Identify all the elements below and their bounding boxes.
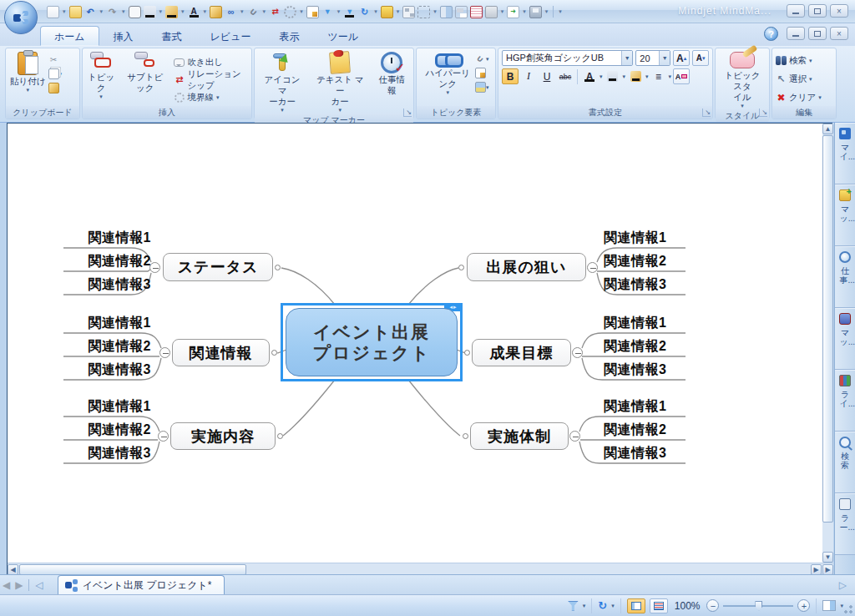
vertical-scrollbar[interactable]: ▲ ▼ [822, 124, 833, 563]
sidebar-tab-learning[interactable]: ラー... [835, 493, 855, 555]
format-painter-icon[interactable] [48, 83, 59, 93]
restore-button[interactable] [808, 4, 827, 18]
main-topic-implementation[interactable]: 実施内容 [170, 422, 276, 450]
main-topic-structure[interactable]: 実施体制 [470, 422, 569, 450]
vertical-scroll-thumb[interactable] [822, 135, 833, 523]
relationship-button[interactable]: ⇄ リレーションシップ [172, 72, 250, 88]
map-canvas[interactable]: ステータス 関連情報 実施内容 出展の狙い 成果目標 実施体制 関連情報1 関連… [8, 124, 822, 563]
dialog-launcher-icon[interactable]: ↘ [759, 109, 767, 117]
zoom-in-button[interactable]: + [797, 599, 810, 612]
font-name-combo[interactable]: HGP創英角ゴシックUB ▼ [502, 50, 633, 66]
application-orb-button[interactable] [4, 1, 38, 34]
close-button[interactable]: × [830, 4, 848, 18]
attachment-icon[interactable] [247, 6, 260, 18]
new-document-icon[interactable] [47, 6, 59, 18]
subtopic-label[interactable]: 関連情報2 [59, 422, 151, 439]
line-color-button[interactable] [627, 68, 644, 84]
tab-format[interactable]: 書式 [148, 26, 196, 46]
export-icon[interactable] [507, 6, 519, 18]
font-name-dropdown-icon[interactable]: ▼ [621, 51, 632, 65]
font-size-combo[interactable]: 20 ▼ [635, 50, 670, 66]
select-rectangle-icon[interactable] [417, 6, 430, 18]
paste-button[interactable]: 貼り付け ▾ [8, 51, 48, 93]
window-view-icon[interactable] [440, 6, 453, 18]
callout-icon[interactable] [129, 6, 141, 18]
relationship-icon[interactable] [269, 6, 281, 18]
shrink-font-button[interactable]: A▾ [692, 50, 709, 66]
subtopic-label[interactable]: 関連情報1 [604, 315, 696, 332]
font-color-button[interactable]: A [581, 68, 598, 84]
boundary-icon[interactable] [284, 6, 296, 18]
tab-scroll-left-icon[interactable]: ◁ [35, 579, 43, 591]
save-icon[interactable] [529, 6, 542, 18]
subtopic-label[interactable]: 関連情報1 [59, 398, 151, 416]
image-icon[interactable] [475, 82, 486, 93]
collapse-toggle[interactable] [159, 347, 170, 358]
tab-insert[interactable]: 挿入 [99, 26, 148, 46]
hyperlink-icon[interactable] [225, 6, 237, 18]
dialog-launcher-icon[interactable]: ↘ [403, 109, 412, 117]
subtopic-label[interactable]: 関連情報3 [604, 361, 696, 379]
tab-view[interactable]: 表示 [265, 26, 313, 46]
dialog-launcher-icon[interactable]: ↘ [702, 109, 711, 117]
fill-color-icon[interactable] [144, 6, 156, 18]
cut-icon[interactable]: ✂ [48, 54, 59, 65]
doc-restore-button[interactable] [808, 27, 827, 40]
doc-minimize-button[interactable] [787, 27, 805, 40]
notes-icon[interactable] [475, 68, 486, 78]
tab-review[interactable]: レビュー [196, 26, 266, 46]
task-refresh-icon[interactable]: ↻ [598, 599, 607, 612]
subtopic-label[interactable]: 関連情報2 [604, 253, 696, 270]
find-button[interactable]: 検索 ▾ [774, 53, 814, 68]
add-subtopic-button[interactable]: サブトピック [121, 51, 169, 94]
power-filter-icon[interactable] [343, 6, 356, 18]
resize-grip[interactable] [843, 604, 853, 614]
undo-icon[interactable] [84, 6, 97, 18]
print-icon[interactable] [485, 6, 498, 18]
scroll-up-button[interactable]: ▲ [822, 124, 833, 134]
nav-forward-icon[interactable]: ▶ [15, 579, 23, 591]
alignment-button[interactable]: ≡ [650, 68, 667, 84]
open-icon[interactable] [69, 6, 82, 18]
subtopic-label[interactable]: 関連情報3 [604, 276, 696, 294]
show-pane-button[interactable] [822, 600, 836, 611]
hyperlink-button[interactable]: ハイパーリ ンク ▾ [423, 51, 473, 96]
italic-button[interactable]: I [520, 68, 537, 84]
org-chart-icon[interactable] [402, 6, 415, 18]
main-topic-related-info[interactable]: 関連情報 [172, 339, 270, 366]
subtopic-label[interactable]: 関連情報1 [604, 230, 696, 247]
tab-tools[interactable]: ツール [313, 26, 372, 46]
minimize-button[interactable] [787, 4, 805, 18]
main-topic-exhibit-aim[interactable]: 出展の狙い [467, 253, 586, 281]
central-topic[interactable]: イベント出展 プロジェクト [286, 308, 458, 376]
tab-home[interactable]: ホーム [40, 26, 99, 46]
doc-close-button[interactable]: × [830, 27, 848, 40]
map-view-button[interactable] [627, 598, 645, 613]
sidebar-tab-my-maps[interactable]: マイ... [835, 123, 855, 184]
grow-font-button[interactable]: A▴ [673, 50, 690, 66]
topic-style-button[interactable]: トピック スタ イル ▾ [717, 51, 767, 109]
subtopic-label[interactable]: 関連情報3 [604, 445, 696, 462]
topic-layout-icon[interactable] [455, 6, 468, 18]
subtopic-label[interactable]: 関連情報2 [59, 253, 151, 270]
font-color-icon[interactable] [188, 6, 200, 18]
select-button[interactable]: ↖ 選択 ▾ [774, 71, 814, 87]
subtopic-label[interactable]: 関連情報1 [59, 230, 151, 247]
icon-marker-button[interactable]: アイコン マ ーカー ▾ [256, 51, 308, 114]
font-size-dropdown-icon[interactable]: ▼ [659, 51, 670, 65]
copy-icon[interactable] [48, 68, 59, 79]
sidebar-tab-map-markers[interactable]: マッ... [835, 184, 855, 246]
strikethrough-button[interactable]: abc [557, 68, 574, 84]
collapse-toggle[interactable] [149, 262, 160, 273]
sidebar-tab-search[interactable]: 検索 [835, 432, 855, 493]
sidebar-tab-library[interactable]: ライ... [835, 370, 855, 432]
subtopic-label[interactable]: 関連情報2 [59, 338, 151, 356]
subtopic-label[interactable]: 関連情報1 [59, 315, 151, 332]
scroll-down-button[interactable]: ▼ [822, 552, 833, 563]
sidebar-tab-task-info[interactable]: 仕事... [835, 246, 855, 308]
document-tab[interactable]: イベント出展 プロジェクト* [58, 575, 225, 594]
zoom-slider-thumb[interactable] [755, 601, 762, 611]
subtopic-label[interactable]: 関連情報1 [604, 398, 696, 416]
collapse-toggle[interactable] [587, 262, 598, 273]
clear-button[interactable]: ✖ クリア ▾ [774, 89, 823, 105]
